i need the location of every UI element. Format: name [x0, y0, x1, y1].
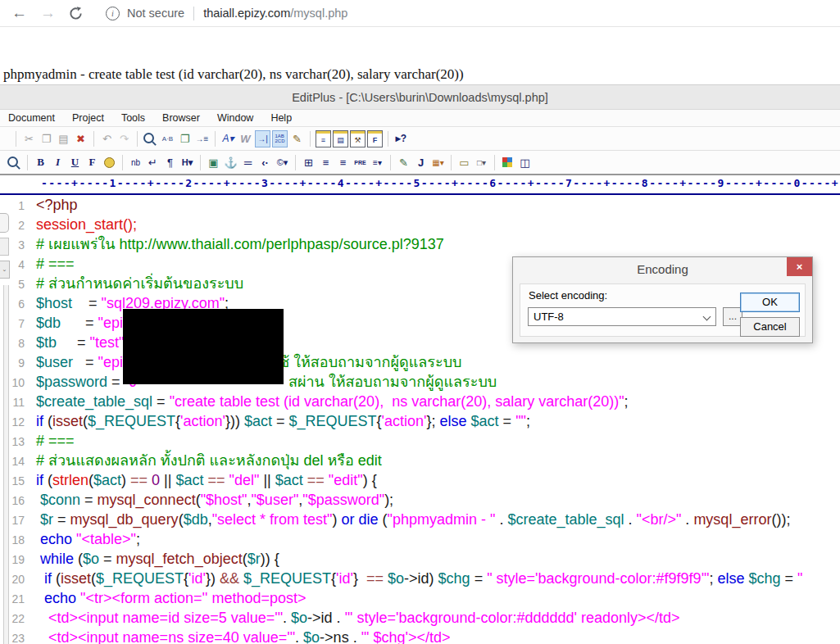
italic-icon[interactable]: I — [50, 154, 66, 171]
word-wrap-icon[interactable]: W — [238, 130, 253, 147]
paragraph-icon[interactable]: ¶ — [162, 154, 178, 171]
menu-item-browser[interactable]: Browser — [156, 111, 207, 125]
view-colors-icon[interactable] — [500, 154, 515, 171]
pre-icon[interactable]: PRE — [352, 154, 368, 171]
code-token: == — [366, 570, 384, 587]
code-line[interactable]: 13# === — [0, 431, 840, 451]
menu-item-project[interactable]: Project — [66, 111, 111, 125]
list-icon[interactable]: ≡▾ — [370, 154, 385, 171]
object-icon[interactable] — [102, 154, 117, 171]
code-token — [36, 570, 44, 587]
code-token: ->ns . — [320, 629, 361, 644]
code-line[interactable]: 14# ส่วนแสดงผลหลัก ทั้งปกติ และหลังกดปุ่… — [0, 451, 840, 470]
code-line[interactable]: 18 echo "<table>"; — [0, 529, 840, 549]
code-token: # เผยแพร่ใน http://www.thaiall.com/perlp… — [36, 236, 444, 252]
code-token: if — [36, 472, 43, 488]
bold-icon[interactable]: B — [33, 154, 48, 171]
code-token: mysql_connect — [98, 492, 196, 508]
code-token: <td><input name=id size=5 value='" — [48, 610, 283, 626]
encoding-combobox[interactable]: UTF-8 — [528, 307, 716, 326]
hr-icon[interactable]: ═ — [240, 154, 256, 171]
url-host[interactable]: thaiall.epizy.com — [203, 7, 290, 20]
close-icon[interactable]: × — [787, 257, 812, 276]
align-center-icon[interactable]: ≡ — [318, 154, 334, 171]
font-face-icon[interactable]: F — [84, 154, 100, 171]
font-icon[interactable]: A▾ — [220, 130, 236, 147]
code-line[interactable]: 11$create_table_sql = "create table test… — [0, 392, 840, 411]
code-line[interactable]: 1<?php — [0, 195, 840, 215]
delete-icon[interactable]: ✖ — [73, 130, 89, 147]
code-line[interactable]: 2session_start(); — [0, 215, 840, 234]
find-in-files-icon[interactable]: ❐ — [177, 130, 193, 147]
context-help-icon[interactable]: ▸? — [393, 130, 409, 147]
code-token: = — [781, 570, 798, 587]
paste-icon[interactable]: ▤ — [56, 130, 71, 147]
cut-icon[interactable]: ✂ — [21, 130, 37, 147]
code-line[interactable]: 15if (strlen($act) == 0 || $act == "del"… — [0, 470, 840, 490]
copy-icon[interactable]: ❐ — [39, 130, 54, 147]
code-token: $chg — [438, 570, 470, 587]
dialog-body: Select encoding: UTF-8 ... OK Cancel — [520, 283, 806, 337]
special-char-icon[interactable]: ©▾ — [275, 154, 290, 171]
menu-item-tools[interactable]: Tools — [115, 111, 152, 125]
browser-preview-icon[interactable] — [7, 154, 22, 171]
jscript-icon[interactable]: J — [413, 154, 429, 171]
forward-button[interactable]: → — [40, 1, 56, 25]
reload-button[interactable] — [69, 7, 83, 20]
menu-item-help[interactable]: Help — [264, 111, 298, 125]
code-line[interactable]: 23 <td><input name=ns size=40 value='". … — [0, 628, 840, 644]
code-line[interactable]: 16 $conn = mysql_connect("$host","$user"… — [0, 490, 840, 510]
code-line[interactable]: 22 <td><input name=id size=5 value='". $… — [0, 608, 840, 628]
code-line[interactable]: 12if (isset($_REQUEST{'action'})) $act =… — [0, 411, 840, 431]
menu-item-window[interactable]: Window — [211, 111, 260, 125]
url-path[interactable]: /mysql.php — [290, 7, 347, 20]
code-token: ; — [624, 393, 629, 410]
anchor-icon[interactable]: ⚓ — [223, 154, 238, 171]
align-right-icon[interactable]: ≡ — [335, 154, 351, 171]
tag-icon[interactable]: ‹· — [257, 154, 273, 171]
code-line[interactable]: 21 echo "<tr><form action='' method=post… — [0, 588, 840, 608]
ok-button[interactable]: OK — [740, 293, 800, 312]
user-toolbar-icon[interactable]: ⚒ — [350, 130, 366, 147]
toolbar-separator — [390, 155, 391, 170]
code-token: สผ่าน ให้สอบถามจากผู้ดูแลระบบ — [288, 374, 497, 390]
image-icon[interactable]: ▣ — [206, 154, 221, 171]
toolbar-separator — [16, 131, 16, 147]
split-window-icon[interactable]: ◫ — [517, 154, 533, 171]
undo-icon[interactable]: ↶ — [99, 130, 115, 147]
security-label[interactable]: Not secure — [127, 7, 184, 20]
redo-icon[interactable]: ↷ — [116, 130, 132, 147]
objects-icon[interactable]: ▦▾ — [430, 154, 446, 171]
toolbar-separator — [200, 155, 201, 170]
code-line[interactable]: 19 while ($o = mysql_fetch_object($r)) { — [0, 549, 840, 569]
goto-line-icon[interactable]: →≡ — [194, 130, 210, 147]
back-button[interactable]: ← — [11, 1, 27, 25]
site-info-icon[interactable]: i — [106, 7, 120, 20]
code-line[interactable]: 17 $r = mysql_db_query($db,"select * fro… — [0, 510, 840, 529]
replace-icon[interactable]: A·B — [160, 130, 175, 147]
code-token: . — [681, 511, 693, 528]
stamp-icon[interactable]: ✎ — [289, 130, 305, 147]
cliptext-window-icon[interactable]: ▤ — [333, 130, 348, 147]
code-token: "<table>" — [76, 531, 136, 547]
code-line[interactable]: 20 if (isset($_REQUEST{'id'}) && $_REQUE… — [0, 569, 840, 588]
toolbar-separator — [388, 131, 388, 147]
cancel-button[interactable]: Cancel — [740, 317, 800, 337]
nbsp-icon[interactable]: nb — [128, 154, 143, 171]
line-number-icon[interactable]: 1AB 2CD — [272, 130, 288, 147]
folder-icon[interactable]: ▭ — [456, 154, 472, 171]
line-break-icon[interactable]: ↵ — [145, 154, 161, 171]
auto-indent-icon[interactable]: →| — [255, 130, 270, 147]
underline-icon[interactable]: U — [67, 154, 83, 171]
directory-window-icon[interactable]: ≡ — [316, 130, 331, 147]
find-icon[interactable] — [143, 130, 158, 147]
script-icon[interactable]: ✎ — [396, 154, 411, 171]
code-line[interactable]: 3# เผยแพร่ใน http://www.thaiall.com/perl… — [0, 234, 840, 254]
code-token: . — [495, 511, 507, 528]
window-menu-icon[interactable]: □▾ — [474, 154, 489, 171]
browser-toolbar: ← → i Not secure thaiall.epizy.com /mysq… — [0, 0, 840, 27]
function-list-icon[interactable]: F — [367, 130, 383, 147]
table-icon[interactable]: ⊞ — [301, 154, 316, 171]
menu-item-document[interactable]: Document — [2, 111, 61, 125]
heading-icon[interactable]: H▾ — [179, 154, 195, 171]
